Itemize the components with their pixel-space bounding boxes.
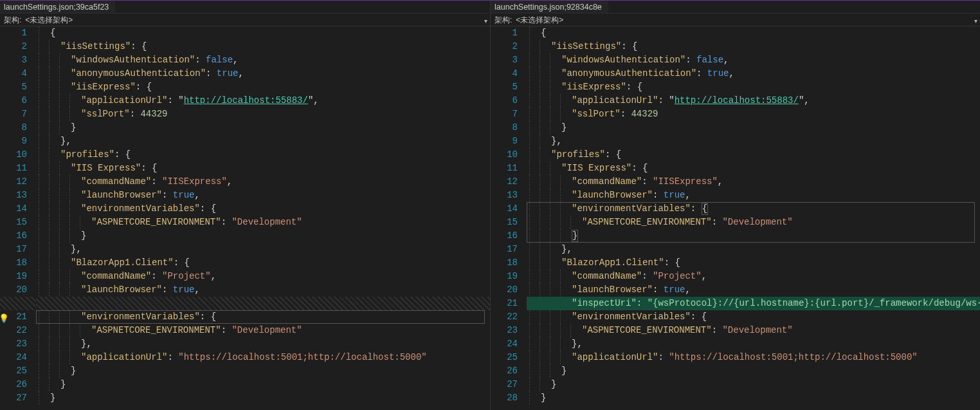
code-text[interactable]: "IIS Express": { [560, 162, 980, 175]
code-line[interactable]: 23}, [0, 337, 490, 351]
code-text[interactable]: "IIS Express": { [69, 162, 490, 175]
code-text[interactable]: }, [570, 337, 980, 351]
code-line[interactable]: 26} [491, 364, 980, 378]
code-line[interactable]: 21"inspectUri": "{wsProtocol}://{url.hos… [491, 297, 980, 310]
code-line[interactable]: 20"launchBrowser": true, [491, 283, 980, 297]
code-line[interactable]: 5"iisExpress": { [491, 80, 980, 94]
code-cell[interactable]: "applicationUrl": "https://localhost:500… [36, 351, 490, 364]
code-line[interactable]: 22"environmentVariables": { [491, 310, 980, 324]
code-cell[interactable]: "sslPort": 44329 [527, 107, 980, 121]
code-cell[interactable]: "commandName": "IISExpress", [36, 175, 490, 189]
code-cell[interactable]: "windowsAuthentication": false, [527, 53, 980, 67]
code-cell[interactable]: "iisSettings": { [36, 40, 490, 53]
code-text[interactable]: }, [69, 243, 490, 256]
code-cell[interactable]: "inspectUri": "{wsProtocol}://{url.hostn… [527, 297, 980, 310]
code-line[interactable]: 22"ASPNETCORE_ENVIRONMENT": "Development… [0, 324, 490, 337]
code-line[interactable]: 9}, [0, 135, 490, 148]
code-cell[interactable]: "iisExpress": { [527, 80, 980, 94]
code-line[interactable]: 18"BlazorApp1.Client": { [0, 256, 490, 270]
code-line[interactable]: 14"environmentVariables": { [0, 202, 490, 216]
code-line[interactable]: 27} [0, 391, 490, 405]
code-cell[interactable]: "ASPNETCORE_ENVIRONMENT": "Development" [36, 324, 490, 337]
code-line[interactable]: 25"applicationUrl": "https://localhost:5… [491, 351, 980, 364]
code-text[interactable]: "ASPNETCORE_ENVIRONMENT": "Development" [90, 324, 490, 337]
code-line[interactable]: 13"launchBrowser": true, [0, 189, 490, 202]
code-cell[interactable]: "applicationUrl": "http://localhost:5588… [527, 94, 980, 107]
code-cell[interactable]: } [527, 121, 980, 135]
code-line[interactable]: 21💡"environmentVariables": { [0, 310, 490, 324]
code-text[interactable]: } [49, 391, 490, 405]
code-text[interactable]: "launchBrowser": true, [80, 283, 490, 297]
code-text[interactable]: } [69, 364, 490, 378]
code-cell[interactable]: }, [36, 135, 490, 148]
code-line[interactable]: 7"sslPort": 44329 [0, 107, 490, 121]
code-cell[interactable]: "ASPNETCORE_ENVIRONMENT": "Development" [527, 324, 980, 337]
code-cell[interactable]: "windowsAuthentication": false, [36, 53, 490, 67]
code-text[interactable]: { [540, 26, 980, 40]
code-line[interactable]: 5"iisExpress": { [0, 80, 490, 94]
code-line[interactable]: 15"ASPNETCORE_ENVIRONMENT": "Development… [0, 216, 490, 229]
code-cell[interactable]: "commandName": "Project", [527, 270, 980, 283]
code-cell[interactable]: "environmentVariables": { [36, 310, 490, 324]
code-line[interactable]: 28} [491, 391, 980, 405]
code-line[interactable] [0, 297, 490, 310]
code-line[interactable]: 24}, [491, 337, 980, 351]
code-cell[interactable]: "applicationUrl": "http://localhost:5588… [36, 94, 490, 107]
code-text[interactable]: "iisSettings": { [550, 40, 980, 53]
code-text[interactable]: "environmentVariables": { [570, 310, 980, 324]
code-text[interactable]: "inspectUri": "{wsProtocol}://{url.hostn… [570, 297, 980, 310]
code-cell[interactable]: "anonymousAuthentication": true, [527, 67, 980, 80]
lightbulb-icon[interactable]: 💡 [0, 312, 8, 321]
code-cell[interactable]: } [527, 229, 980, 243]
code-text[interactable]: "sslPort": 44329 [570, 107, 980, 121]
code-text[interactable]: "commandName": "IISExpress", [570, 175, 980, 189]
code-cell[interactable]: "environmentVariables": { [527, 310, 980, 324]
code-text[interactable]: } [540, 391, 980, 405]
code-cell[interactable]: } [36, 378, 490, 391]
code-text[interactable]: } [570, 229, 980, 243]
code-line[interactable]: 2"iisSettings": { [491, 40, 980, 53]
code-line[interactable]: 4"anonymousAuthentication": true, [491, 67, 980, 80]
code-cell[interactable]: "profiles": { [527, 148, 980, 162]
code-cell[interactable]: }, [527, 337, 980, 351]
code-text[interactable]: }, [560, 243, 980, 256]
code-cell[interactable]: "iisSettings": { [527, 40, 980, 53]
code-cell[interactable]: "commandName": "IISExpress", [527, 175, 980, 189]
code-text[interactable]: } [59, 378, 490, 391]
code-text[interactable]: } [69, 121, 490, 135]
code-text[interactable]: "applicationUrl": "https://localhost:500… [80, 351, 490, 364]
code-line[interactable]: 6"applicationUrl": "http://localhost:558… [491, 94, 980, 107]
code-line[interactable]: 23"ASPNETCORE_ENVIRONMENT": "Development… [491, 324, 980, 337]
code-cell[interactable]: "applicationUrl": "https://localhost:500… [527, 351, 980, 364]
code-line[interactable]: 6"applicationUrl": "http://localhost:558… [0, 94, 490, 107]
code-cell[interactable]: "commandName": "Project", [36, 270, 490, 283]
code-line[interactable]: 26} [0, 378, 490, 391]
code-line[interactable]: 17}, [0, 243, 490, 256]
code-text[interactable]: "iisExpress": { [560, 80, 980, 94]
code-line[interactable]: 2"iisSettings": { [0, 40, 490, 53]
code-line[interactable]: 12"commandName": "IISExpress", [491, 175, 980, 189]
code-cell[interactable]: }, [527, 135, 980, 148]
code-cell[interactable]: }, [527, 243, 980, 256]
code-text[interactable]: } [560, 364, 980, 378]
code-line[interactable]: 24"applicationUrl": "https://localhost:5… [0, 351, 490, 364]
code-cell[interactable]: } [36, 364, 490, 378]
code-line[interactable]: 3"windowsAuthentication": false, [491, 53, 980, 67]
code-text[interactable]: "applicationUrl": "http://localhost:5588… [80, 94, 490, 107]
code-text[interactable]: "environmentVariables": { [570, 202, 980, 216]
code-line[interactable]: 7"sslPort": 44329 [491, 107, 980, 121]
code-line[interactable]: 15"ASPNETCORE_ENVIRONMENT": "Development… [491, 216, 980, 229]
code-cell[interactable]: } [527, 364, 980, 378]
code-text[interactable]: "commandName": "Project", [80, 270, 490, 283]
code-text[interactable]: "BlazorApp1.Client": { [560, 256, 980, 270]
code-cell[interactable]: } [36, 121, 490, 135]
code-line[interactable]: 3"windowsAuthentication": false, [0, 53, 490, 67]
code-text[interactable]: "launchBrowser": true, [80, 189, 490, 202]
code-line[interactable]: 19"commandName": "Project", [0, 270, 490, 283]
code-text[interactable]: "windowsAuthentication": false, [560, 53, 980, 67]
code-text[interactable]: } [550, 378, 980, 391]
code-cell[interactable]: "IIS Express": { [527, 162, 980, 175]
code-cell[interactable]: { [527, 26, 980, 40]
code-line[interactable]: 11"IIS Express": { [0, 162, 490, 175]
code-cell[interactable]: } [36, 391, 490, 405]
